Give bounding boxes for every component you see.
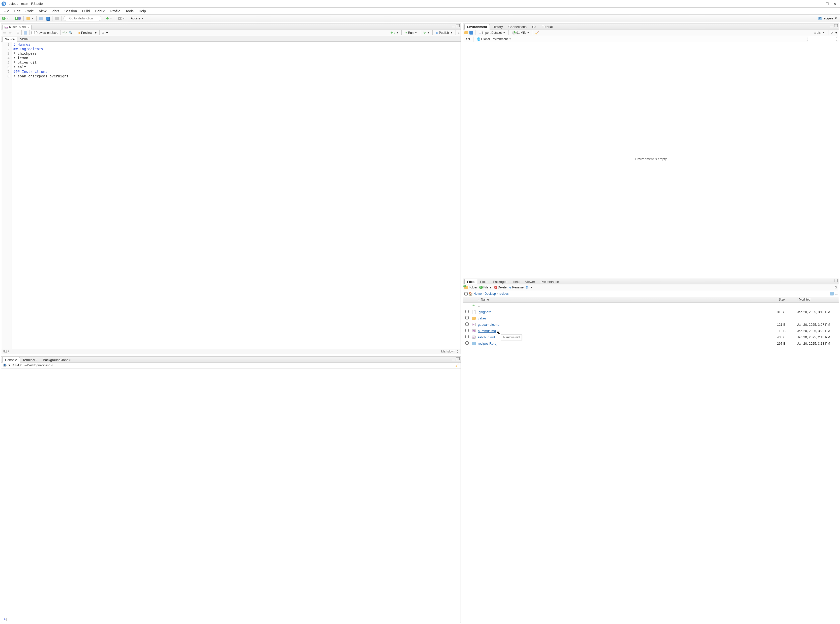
plus-icon	[15, 17, 19, 20]
app-icon: R	[2, 2, 6, 6]
menu-help[interactable]: Help	[136, 8, 148, 14]
menu-build[interactable]: Build	[79, 8, 92, 14]
addins-menu[interactable]: Addins▼	[130, 16, 145, 21]
menu-session[interactable]: Session	[62, 8, 79, 14]
menu-code[interactable]: Code	[23, 8, 36, 14]
folder-open-icon	[26, 17, 30, 20]
menu-tools[interactable]: Tools	[123, 8, 136, 14]
grid-icon	[118, 17, 122, 20]
menubar: File Edit Code View Plots Session Build …	[0, 8, 840, 15]
save-icon	[39, 17, 43, 20]
new-project-button[interactable]	[14, 16, 22, 21]
pane-layout-button[interactable]: ▼	[117, 16, 126, 21]
window-titlebar: R recipes - main - RStudio — ☐ ✕	[0, 0, 840, 8]
menu-profile[interactable]: Profile	[108, 8, 123, 14]
new-file-button[interactable]: ▼	[1, 16, 10, 21]
window-close-button[interactable]: ✕	[834, 2, 837, 6]
save-all-icon	[46, 17, 49, 20]
addins-grid-button[interactable]: ✚▼	[105, 16, 113, 21]
menu-edit[interactable]: Edit	[12, 8, 23, 14]
window-minimize-button[interactable]: —	[818, 2, 821, 6]
window-maximize-button[interactable]: ☐	[826, 2, 829, 6]
main-toolbar: ▼ ▼ ✚▼ ▼ Addins▼ R recipes ▼	[0, 15, 840, 22]
project-menu[interactable]: R recipes ▼	[817, 16, 839, 21]
print-button[interactable]	[54, 16, 60, 20]
project-icon: R	[818, 17, 821, 20]
menu-debug[interactable]: Debug	[92, 8, 108, 14]
save-all-button[interactable]	[45, 16, 50, 21]
print-icon	[55, 17, 59, 20]
menu-file[interactable]: File	[1, 8, 12, 14]
window-title: recipes - main - RStudio	[8, 2, 818, 6]
menu-plots[interactable]: Plots	[49, 8, 62, 14]
open-file-button[interactable]: ▼	[25, 16, 34, 20]
menu-view[interactable]: View	[36, 8, 49, 14]
save-button[interactable]	[38, 16, 44, 21]
plus-icon	[2, 17, 6, 20]
goto-file-input[interactable]	[63, 16, 101, 21]
